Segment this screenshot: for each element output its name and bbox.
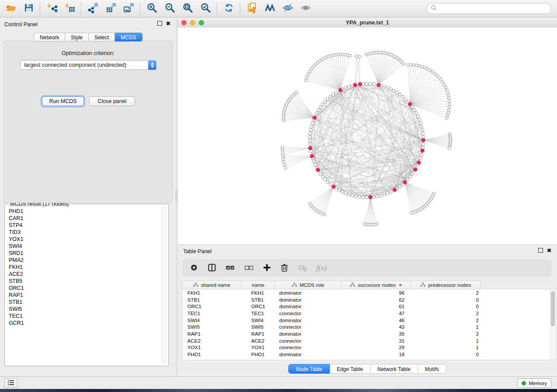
column-header-MCDS-role[interactable]: MCDS role — [274, 281, 342, 289]
create-column-button[interactable] — [263, 262, 271, 274]
table-row[interactable]: FKH1FKH1dominator962 — [183, 289, 551, 296]
delete-columns-button[interactable] — [280, 262, 289, 274]
result-node-item[interactable]: STP4 — [6, 222, 161, 229]
result-node-item[interactable]: CAR1 — [6, 215, 161, 222]
deselect-all-button[interactable] — [244, 262, 254, 274]
cell-name: ACE2 — [242, 338, 276, 344]
task-history-button[interactable] — [4, 378, 17, 388]
result-node-item[interactable]: ORC1 — [6, 285, 161, 292]
close-panel-icon[interactable]: ✖ — [166, 21, 170, 26]
tab-select[interactable]: Select — [89, 33, 115, 41]
save-session-button[interactable] — [20, 1, 38, 16]
main-toolbar-groups — [2, 1, 315, 16]
result-node-item[interactable]: SWI4 — [6, 243, 161, 250]
table-scrollbar-thumb[interactable] — [551, 291, 555, 326]
import-table-button[interactable] — [61, 1, 79, 16]
delete-table-button — [298, 262, 308, 274]
table-row[interactable]: TEC1TEC1connector472 — [183, 310, 551, 317]
result-node-item[interactable]: GCR1 — [6, 320, 161, 327]
column-header-name[interactable]: name — [241, 281, 275, 289]
result-node-item[interactable]: STB5 — [6, 278, 161, 285]
mcds-result-scrollbar[interactable] — [161, 206, 167, 364]
cell-successor-nodes: 31 — [343, 338, 413, 344]
settings-gear-button[interactable] — [189, 262, 199, 274]
result-node-item[interactable]: SWI5 — [6, 306, 161, 313]
network-graph[interactable] — [178, 28, 557, 244]
result-node-item[interactable]: FKH1 — [6, 264, 161, 271]
zoom-out-button[interactable] — [161, 1, 179, 16]
result-node-item[interactable]: RAP1 — [6, 292, 161, 299]
select-all-button[interactable] — [225, 262, 235, 274]
mcds-result-list[interactable]: PHD1CAR1STP4TID3YOX1SWI4SRD1PMA2FKH1ACE2… — [6, 208, 161, 364]
result-node-item[interactable]: TID3 — [6, 229, 161, 236]
tab-edge-table[interactable]: Edge Table — [330, 364, 370, 374]
table-row[interactable]: ACE2ACE2connector311 — [183, 337, 551, 344]
zoom-in-button[interactable] — [143, 1, 161, 16]
tab-network-table[interactable]: Network Table — [370, 364, 418, 374]
export-table-button[interactable] — [102, 1, 120, 16]
column-label: shared name — [201, 282, 230, 288]
float-panel-icon[interactable] — [157, 21, 162, 26]
table-row[interactable]: ORC1ORC1dominator610 — [183, 303, 551, 310]
hide-selected-button[interactable] — [279, 1, 297, 16]
result-node-item[interactable]: SRD1 — [6, 250, 161, 257]
search-input[interactable] — [439, 5, 551, 12]
column-header-successor-nodes[interactable]: successor nodes — [341, 281, 411, 289]
run-mcds-button[interactable]: Run MCDS — [42, 96, 84, 106]
node-table-body[interactable]: FKH1FKH1dominator962STB1STB1dominator620… — [182, 289, 552, 360]
criterion-select[interactable]: largest connected component (undirected) — [20, 60, 156, 70]
tab-label: Node Table — [296, 366, 322, 372]
table-row[interactable]: YOX1YOX1connector291 — [183, 344, 551, 351]
export-network-button[interactable] — [84, 1, 102, 16]
network-canvas[interactable] — [178, 28, 557, 244]
tab-network[interactable]: Network — [34, 33, 65, 41]
result-node-item[interactable]: TEC1 — [6, 313, 161, 320]
cell-predecessor-nodes: 1 — [413, 324, 483, 330]
table-row[interactable]: PHD1PHD1dominator180 — [183, 351, 551, 358]
tab-motifs[interactable]: Motifs — [418, 364, 446, 374]
show-columns-button[interactable] — [207, 262, 217, 274]
select-stepper-icon — [148, 60, 156, 70]
table-row[interactable]: STB1STB1dominator620 — [183, 296, 551, 303]
show-all-button[interactable] — [297, 1, 315, 16]
memory-button[interactable]: Memory — [517, 378, 551, 388]
cell-predecessor-nodes: 1 — [413, 338, 483, 344]
export-image-button[interactable] — [120, 1, 138, 16]
mcds-panel: Optimization criterion: largest connecte… — [3, 41, 173, 203]
float-table-panel-icon[interactable] — [538, 248, 543, 253]
table-row[interactable]: SWI4SWI4dominator462 — [183, 317, 551, 324]
cell-predecessor-nodes: 2 — [413, 318, 483, 323]
export-table-icon — [105, 2, 117, 15]
import-network-button[interactable] — [43, 1, 61, 16]
tab-mcds[interactable]: MCDS — [115, 33, 142, 41]
cell-shared-name: SWI5 — [183, 324, 242, 330]
zoom-fit-button[interactable] — [179, 1, 197, 16]
result-node-item[interactable]: PMA2 — [6, 257, 161, 264]
result-node-item[interactable]: ACE2 — [6, 271, 161, 278]
column-header-shared-name[interactable]: shared name — [182, 281, 242, 289]
new-network-from-selection-button[interactable] — [243, 1, 261, 16]
column-type-icon — [420, 282, 426, 288]
function-builder-button: f(x) — [316, 262, 327, 274]
tab-style[interactable]: Style — [65, 33, 89, 41]
open-file-button[interactable] — [2, 1, 20, 16]
tab-label: Edge Table — [337, 366, 363, 372]
cell-successor-nodes: 29 — [343, 345, 413, 350]
tab-node-table[interactable]: Node Table — [288, 364, 330, 374]
result-node-item[interactable]: PHD1 — [6, 208, 161, 215]
column-header-predecessor-nodes[interactable]: predecessor nodes — [411, 281, 481, 289]
table-row[interactable]: SWI5SWI5connector431 — [183, 323, 551, 330]
cell-MCDS-role: dominator — [276, 304, 343, 309]
apply-layout-refresh-button[interactable] — [220, 1, 238, 16]
cell-predecessor-nodes: 2 — [413, 311, 483, 316]
delete-columns-icon — [280, 263, 289, 274]
status-bar: Memory — [0, 376, 557, 389]
find-binoculars-button[interactable] — [261, 1, 279, 16]
close-panel-button[interactable]: Close panel — [89, 96, 135, 106]
result-node-item[interactable]: STB1 — [6, 299, 161, 306]
zoom-selected-button[interactable] — [197, 1, 214, 16]
table-row[interactable]: RAP1RAP1dominator352 — [183, 330, 551, 337]
table-scrollbar[interactable] — [550, 290, 555, 358]
result-node-item[interactable]: YOX1 — [6, 236, 161, 243]
close-table-panel-icon[interactable]: ✖ — [547, 248, 551, 253]
